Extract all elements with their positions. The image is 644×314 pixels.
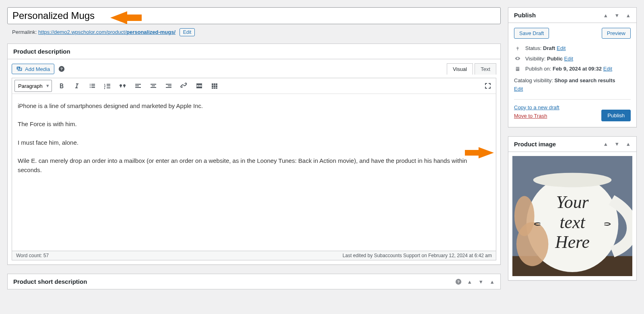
visibility-row: Visibility: Public Edit (514, 55, 631, 62)
svg-text:?: ? (60, 67, 63, 71)
align-right-icon[interactable] (163, 80, 174, 91)
product-image-thumbnail[interactable]: Your text Here (512, 156, 632, 276)
calendar-icon (514, 66, 521, 72)
svg-point-9 (514, 196, 535, 236)
annotation-arrow-title (110, 11, 127, 24)
body-paragraph: iPhone is a line of smartphones designed… (18, 101, 490, 110)
blockquote-icon[interactable] (117, 80, 128, 91)
svg-text:?: ? (457, 279, 460, 284)
tab-text[interactable]: Text (475, 63, 496, 75)
svg-text:Your: Your (556, 192, 589, 212)
publish-date-row: Publish on: Feb 9, 2024 at 09:32 Edit (514, 66, 631, 72)
word-count: Word count: 57 (16, 253, 49, 258)
format-select[interactable]: Paragraph (14, 80, 52, 92)
move-up-icon[interactable]: ▴ (600, 138, 611, 150)
bold-icon[interactable] (56, 80, 67, 91)
toggle-panel-icon[interactable]: ▴ (487, 276, 498, 287)
help-icon[interactable]: ? (58, 66, 65, 72)
editor-content[interactable]: iPhone is a line of smartphones designed… (12, 94, 496, 251)
catalog-visibility-row: Catalog visibility: Shop and search resu… (514, 77, 631, 94)
tab-visual[interactable]: Visual (447, 63, 473, 75)
move-trash-link[interactable]: Move to Trash (514, 113, 559, 119)
product-image-box: Product image ▴ ▾ ▴ Your text (508, 136, 637, 281)
save-draft-button[interactable]: Save Draft (514, 28, 549, 39)
edit-visibility-link[interactable]: Edit (564, 56, 573, 62)
edit-catalog-link[interactable]: Edit (514, 85, 523, 94)
help-icon[interactable]: ? (453, 276, 464, 287)
publish-button[interactable]: Publish (601, 110, 631, 121)
svg-point-7 (533, 173, 612, 187)
permalink-link[interactable]: https://demo2.wpscholor.com/product/pers… (38, 29, 175, 35)
copy-draft-link[interactable]: Copy to a new draft (514, 104, 559, 110)
numbered-list-icon[interactable] (102, 80, 113, 91)
move-down-icon[interactable]: ▾ (611, 10, 623, 21)
product-description-box: Product description Add Media ? Visua (7, 44, 501, 265)
publish-heading: Publish (508, 8, 541, 23)
annotation-arrow-image (479, 147, 494, 158)
product-short-description-box: Product short description ? ▴ ▾ ▴ (7, 274, 501, 289)
bullet-list-icon[interactable] (87, 80, 98, 91)
toolbar-toggle-icon[interactable] (209, 80, 220, 91)
permalink-row: Permalink: https://demo2.wpscholor.com/p… (12, 28, 501, 36)
link-icon[interactable] (178, 80, 190, 91)
move-down-icon[interactable]: ▾ (611, 138, 623, 150)
permalink-label: Permalink: (12, 29, 37, 35)
edit-date-link[interactable]: Edit (603, 66, 612, 72)
last-edited: Last edited by Subaccounts Support on Fe… (343, 253, 492, 258)
title-input[interactable] (7, 7, 501, 24)
publish-box: Publish ▴ ▾ ▴ Save Draft Preview Status:… (508, 7, 637, 127)
align-left-icon[interactable] (132, 80, 144, 91)
toggle-panel-icon[interactable]: ▴ (623, 138, 634, 150)
italic-icon[interactable] (71, 80, 83, 91)
move-down-icon[interactable]: ▾ (475, 276, 487, 287)
fullscreen-icon[interactable] (482, 80, 493, 91)
svg-text:text: text (559, 212, 586, 231)
move-up-icon[interactable]: ▴ (600, 10, 611, 21)
body-paragraph: The Force is with him. (18, 119, 490, 129)
align-center-icon[interactable] (148, 80, 159, 91)
eye-icon (514, 55, 521, 62)
media-icon (16, 66, 23, 72)
svg-text:Here: Here (555, 232, 590, 252)
body-paragraph: Wile E. can merely drop an order into a … (18, 156, 490, 175)
toggle-panel-icon[interactable]: ▴ (623, 10, 634, 21)
product-image-heading: Product image (508, 137, 561, 152)
preview-button[interactable]: Preview (602, 28, 631, 39)
status-row: Status: Draft Edit (514, 45, 631, 51)
body-paragraph: I must face him, alone. (18, 138, 490, 147)
read-more-icon[interactable] (194, 80, 205, 91)
edit-status-link[interactable]: Edit (557, 45, 566, 51)
move-up-icon[interactable]: ▴ (464, 276, 475, 287)
pin-icon (514, 46, 521, 51)
product-description-heading: Product description (8, 44, 76, 59)
short-description-heading: Product short description (8, 274, 93, 289)
edit-permalink-button[interactable]: Edit (180, 28, 195, 36)
add-media-button[interactable]: Add Media (12, 64, 54, 74)
